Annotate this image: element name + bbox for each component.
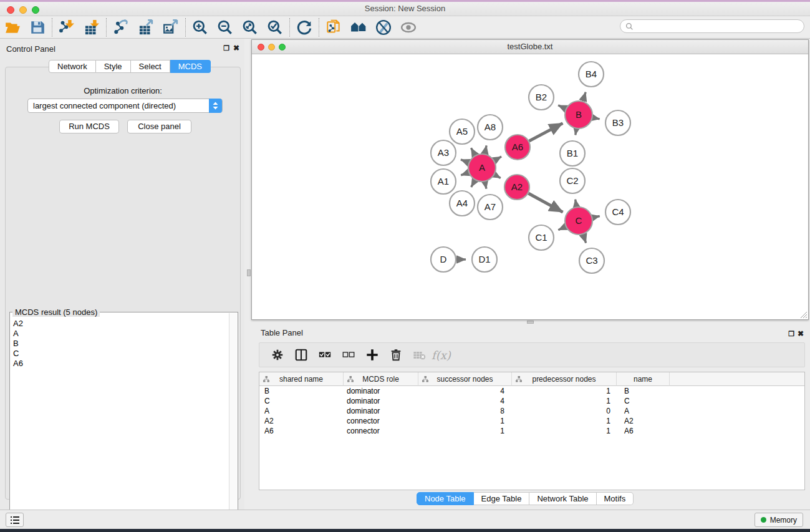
mcds-result-item[interactable]: A xyxy=(13,329,229,339)
vertical-splitter-handle[interactable] xyxy=(247,269,251,276)
node-A[interactable]: A xyxy=(468,154,496,181)
open-session-button[interactable] xyxy=(0,17,25,37)
table-cell[interactable]: dominator xyxy=(344,386,418,396)
table-cell[interactable]: 1 xyxy=(418,426,512,436)
column-header-name[interactable]: name xyxy=(617,372,670,386)
edge-B-B1[interactable] xyxy=(576,129,577,135)
edge-C-C1[interactable] xyxy=(558,226,566,230)
table-cell[interactable]: A6 xyxy=(259,426,344,436)
network-canvas[interactable]: AA1A2A3A4A5A6A7A8BB1B2B3B4CC1C2C3C4DD1 xyxy=(252,54,808,319)
tab-edge-table[interactable]: Edge Table xyxy=(474,492,530,505)
edge-A-A1[interactable] xyxy=(461,173,468,175)
table-row[interactable]: Bdominator41B xyxy=(259,386,804,396)
table-cell[interactable]: connector xyxy=(344,426,418,436)
horizontal-splitter-handle[interactable] xyxy=(527,321,534,324)
close-panel-icon[interactable]: ✖ xyxy=(233,44,239,52)
table-settings-button[interactable] xyxy=(266,344,289,365)
delete-column-button[interactable] xyxy=(384,344,408,365)
mcds-result-item[interactable]: B xyxy=(13,339,229,349)
edge-A2-C[interactable] xyxy=(528,193,562,212)
node-C3[interactable]: C3 xyxy=(579,248,604,273)
search-input[interactable] xyxy=(634,22,789,31)
criterion-dropdown[interactable]: largest connected component (directed) xyxy=(27,99,223,113)
import-network-button[interactable] xyxy=(54,17,79,37)
table-row[interactable]: A6connector11A6 xyxy=(259,426,804,436)
edge-A-A5[interactable] xyxy=(471,148,475,155)
unselect-all-columns-button[interactable] xyxy=(337,344,360,365)
export-image-button[interactable] xyxy=(158,17,183,37)
node-A7[interactable]: A7 xyxy=(478,195,503,220)
memory-button[interactable]: Memory xyxy=(755,513,803,527)
show-graphics-details-button[interactable] xyxy=(396,17,421,37)
table-cell[interactable]: dominator xyxy=(344,406,418,416)
network-zoom-light[interactable] xyxy=(279,44,286,51)
edge-A-A3[interactable] xyxy=(461,160,469,163)
node-C[interactable]: C xyxy=(565,207,592,235)
show-task-history-button[interactable] xyxy=(6,513,24,527)
table-cell[interactable]: A xyxy=(617,406,670,416)
create-column-button[interactable] xyxy=(360,344,384,365)
close-window-light[interactable] xyxy=(7,6,14,14)
window-resize-grip[interactable] xyxy=(799,310,808,319)
tab-mcds[interactable]: MCDS xyxy=(170,60,211,73)
tab-style[interactable]: Style xyxy=(96,60,131,73)
node-A5[interactable]: A5 xyxy=(450,119,475,144)
table-cell[interactable]: 8 xyxy=(418,406,512,416)
show-columns-button[interactable] xyxy=(289,344,313,365)
export-table-button[interactable] xyxy=(133,17,158,37)
zoom-fit-button[interactable] xyxy=(238,17,263,37)
node-B4[interactable]: B4 xyxy=(579,62,604,87)
node-C2[interactable]: C2 xyxy=(560,168,585,193)
node-C4[interactable]: C4 xyxy=(605,200,630,225)
node-B3[interactable]: B3 xyxy=(605,110,630,135)
tab-network[interactable]: Network xyxy=(49,60,96,73)
mcds-result-item[interactable]: A6 xyxy=(13,359,229,369)
tab-node-table[interactable]: Node Table xyxy=(417,492,474,505)
tab-select[interactable]: Select xyxy=(131,60,170,73)
refresh-button[interactable] xyxy=(292,17,317,37)
mcds-result-list[interactable]: A2ABCA6 xyxy=(11,317,229,523)
node-D[interactable]: D xyxy=(431,247,456,272)
edge-B-B3[interactable] xyxy=(593,118,600,119)
edge-B-B2[interactable] xyxy=(558,105,566,109)
hide-labels-button[interactable] xyxy=(371,17,396,37)
table-cell[interactable]: B xyxy=(259,386,344,396)
table-row[interactable]: A2connector11A2 xyxy=(259,416,804,426)
network-close-light[interactable] xyxy=(258,44,264,51)
zoom-out-button[interactable] xyxy=(213,17,238,37)
edge-C-C4[interactable] xyxy=(592,216,599,218)
minimize-window-light[interactable] xyxy=(19,6,27,14)
column-header-successor-nodes[interactable]: successor nodes xyxy=(418,372,512,386)
edge-A-A4[interactable] xyxy=(471,180,475,187)
column-header-MCDS-role[interactable]: MCDS role xyxy=(344,372,418,386)
node-A3[interactable]: A3 xyxy=(431,140,456,165)
table-cell[interactable]: 4 xyxy=(418,396,512,406)
edge-A-A2[interactable] xyxy=(494,175,501,178)
node-A2[interactable]: A2 xyxy=(504,175,529,200)
node-A4[interactable]: A4 xyxy=(450,191,475,216)
edge-A-A8[interactable] xyxy=(485,145,487,153)
table-cell[interactable]: 1 xyxy=(512,386,617,396)
save-session-button[interactable] xyxy=(25,17,50,37)
import-table-button[interactable] xyxy=(79,17,104,37)
edge-C-C3[interactable] xyxy=(583,235,586,243)
node-D1[interactable]: D1 xyxy=(472,247,497,272)
table-cell[interactable]: B xyxy=(617,386,670,396)
node-B[interactable]: B xyxy=(565,101,592,128)
float-table-panel-icon[interactable]: ❐ xyxy=(788,330,794,338)
edge-A-A7[interactable] xyxy=(485,182,486,189)
zoom-window-light[interactable] xyxy=(32,6,39,14)
cybrowser-home-button[interactable] xyxy=(346,17,371,37)
result-list-scrollbar[interactable] xyxy=(229,313,237,527)
table-cell[interactable]: 0 xyxy=(512,406,617,416)
close-panel-button[interactable]: Close panel xyxy=(127,120,191,133)
table-cell[interactable]: 4 xyxy=(418,386,512,396)
search-box[interactable] xyxy=(620,19,804,33)
mcds-result-item[interactable]: A2 xyxy=(13,319,229,329)
tab-motifs[interactable]: Motifs xyxy=(597,492,634,505)
select-all-columns-button[interactable] xyxy=(313,344,337,365)
zoom-in-button[interactable] xyxy=(188,17,213,37)
node-B1[interactable]: B1 xyxy=(560,141,585,166)
network-window-titlebar[interactable]: testGlobe.txt xyxy=(252,40,808,54)
table-cell[interactable]: A xyxy=(259,406,344,416)
